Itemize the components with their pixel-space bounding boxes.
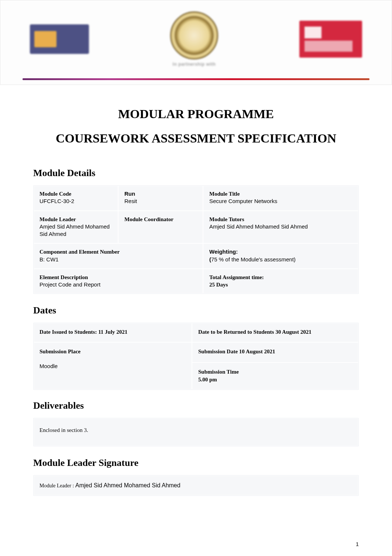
submission-time-label: Submission Time bbox=[198, 368, 353, 376]
date-returned-label: Date to be Returned to Students bbox=[198, 329, 274, 335]
weighting-value: 75 % of the Module's assessment) bbox=[211, 256, 296, 262]
deliverables-panel: Enclosed in section 3. bbox=[33, 418, 359, 446]
dates-panel: Date Issued to Students: 11 July 2021 Da… bbox=[33, 323, 359, 390]
signature-heading: Module Leader Signature bbox=[33, 457, 359, 469]
submission-place-cell: Submission Place Moodle bbox=[34, 342, 192, 389]
module-code-label: Module Code bbox=[39, 190, 112, 198]
date-issued-value: 11 July 2021 bbox=[98, 329, 127, 335]
element-desc-value: Project Code and Report bbox=[39, 281, 100, 288]
component-label: Component and Element Number bbox=[39, 248, 197, 255]
total-time-label: Total Assignment time: bbox=[209, 274, 353, 281]
signature-value: Amjed Sid Ahmed Mohamed Sid Ahmed bbox=[75, 482, 180, 488]
banner-divider bbox=[23, 78, 369, 80]
page-title-line1: MODULAR PROGRAMME bbox=[33, 107, 359, 121]
submission-date-label: Submission Date bbox=[198, 349, 238, 354]
date-returned-value: 30 August 2021 bbox=[275, 329, 312, 335]
weighting-cell: Weighting: (75 % of the Module's assessm… bbox=[203, 243, 358, 268]
partnership-caption: In partnership with bbox=[173, 62, 216, 67]
run-label: Run bbox=[124, 190, 197, 198]
date-issued-label: Date Issued to Students: bbox=[39, 329, 97, 335]
signature-panel: Module Leader : Amjed Sid Ahmed Mohamed … bbox=[33, 475, 359, 496]
weighting-label: Weighting: bbox=[209, 248, 353, 255]
college-seal-logo: In partnership with bbox=[154, 8, 235, 71]
signature-label: Module Leader : bbox=[39, 483, 74, 488]
uwe-bristol-logo bbox=[296, 17, 366, 61]
header-banner: In partnership with bbox=[0, 0, 392, 85]
submission-time-value: 5.00 pm bbox=[198, 377, 217, 382]
module-code-value: UFCFLC-30-2 bbox=[39, 198, 74, 204]
module-tutors-value: Amjed Sid Ahmed Mohamed Sid Ahmed bbox=[209, 223, 308, 230]
run-cell: Run Resit bbox=[118, 186, 203, 210]
deliverables-body: Enclosed in section 3. bbox=[39, 427, 88, 433]
date-issued-cell: Date Issued to Students: 11 July 2021 bbox=[34, 323, 192, 342]
element-desc-label: Element Description bbox=[39, 274, 197, 281]
component-value: B: CW1 bbox=[39, 256, 59, 262]
module-leader-cell: Module Leader Amjed Sid Ahmed Mohamed Si… bbox=[34, 210, 118, 243]
submission-right-cell: Submission Date 10 August 2021 Submissio… bbox=[192, 342, 358, 389]
module-code-cell: Module Code UFCFLC-30-2 bbox=[34, 186, 118, 210]
module-tutors-label: Module Tutors bbox=[209, 216, 353, 223]
gcet-logo bbox=[26, 21, 93, 58]
deliverables-heading: Deliverables bbox=[33, 400, 359, 411]
submission-place-value: Moodle bbox=[39, 363, 58, 369]
page-title-line2: COURSEWORK ASSESSMENT SPECIFICATION bbox=[33, 131, 359, 145]
dates-heading: Dates bbox=[33, 305, 359, 316]
component-cell: Component and Element Number B: CW1 bbox=[34, 243, 203, 268]
module-coordinator-cell: Module Coordinator bbox=[118, 210, 203, 243]
date-returned-cell: Date to be Returned to Students 30 Augus… bbox=[192, 323, 358, 342]
total-time-value: 25 Days bbox=[209, 282, 228, 288]
module-title-value: Secure Computer Networks bbox=[209, 198, 277, 204]
module-title-cell: Module Title Secure Computer Networks bbox=[203, 186, 358, 210]
submission-date-value: 10 August 2021 bbox=[239, 349, 275, 354]
total-time-cell: Total Assignment time: 25 Days bbox=[203, 268, 358, 294]
page-number: 1 bbox=[356, 541, 359, 547]
run-value: Resit bbox=[124, 198, 137, 204]
module-tutors-cell: Module Tutors Amjed Sid Ahmed Mohamed Si… bbox=[203, 210, 358, 243]
module-leader-label: Module Leader bbox=[39, 216, 112, 223]
module-coordinator-label: Module Coordinator bbox=[124, 216, 197, 223]
submission-place-label: Submission Place bbox=[39, 348, 186, 356]
module-title-label: Module Title bbox=[209, 190, 353, 198]
module-leader-value: Amjed Sid Ahmed Mohamed Sid Ahmed bbox=[39, 223, 110, 237]
element-desc-cell: Element Description Project Code and Rep… bbox=[34, 268, 203, 294]
module-details-panel: Module Code UFCFLC-30-2 Run Resit Module… bbox=[33, 185, 359, 294]
module-details-heading: Module Details bbox=[33, 168, 359, 179]
